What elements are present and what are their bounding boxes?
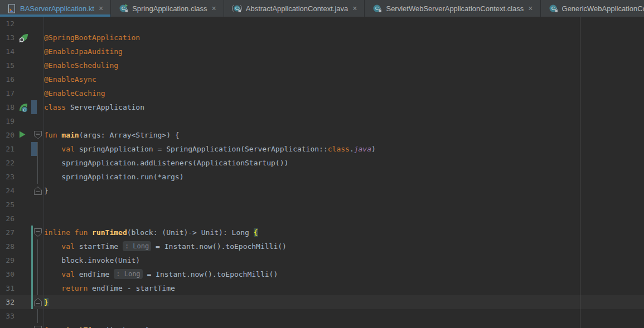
gutter[interactable]	[0, 323, 44, 328]
token: springApplication.addListeners(Applicati…	[44, 159, 288, 167]
code-editor[interactable]: 1213@SpringBootApplication14@EnableJpaAu…	[0, 17, 644, 328]
gutter[interactable]: 12	[0, 17, 44, 31]
gutter[interactable]: 24	[0, 184, 44, 198]
gutter[interactable]: 17	[0, 86, 44, 100]
code-line[interactable]: 24}	[0, 184, 644, 198]
token: {	[254, 228, 258, 237]
run-icon[interactable]	[18, 130, 28, 140]
gutter[interactable]: 15	[0, 58, 44, 72]
tab-label: ServletWebServerApplicationContext.class	[386, 4, 524, 13]
code-line[interactable]: 29 block.invoke(Unit)	[0, 253, 644, 267]
gutter[interactable]: 29	[0, 253, 44, 267]
close-icon[interactable]: ×	[211, 4, 217, 12]
line-number: 12	[0, 17, 14, 31]
vcs-modified-marker[interactable]	[31, 100, 37, 114]
code-line[interactable]: 33	[0, 309, 644, 323]
gutter[interactable]: 19	[0, 114, 44, 128]
code-line[interactable]: 22 springApplication.addListeners(Applic…	[0, 156, 644, 170]
close-icon[interactable]: ×	[98, 4, 104, 12]
code-line[interactable]: 15@EnableScheduling	[0, 58, 644, 72]
fold-marker-end-icon[interactable]	[33, 297, 42, 307]
gutter[interactable]: 16	[0, 72, 44, 86]
token: val	[61, 145, 79, 153]
editor-tab[interactable]: CGenericWebApplicationContext.class×	[541, 0, 644, 17]
code-line[interactable]: 25	[0, 198, 644, 212]
token: ServerApplication	[70, 103, 144, 111]
spring-class-icon[interactable]: C	[18, 102, 28, 112]
spring-search-icon[interactable]	[18, 33, 28, 43]
close-icon[interactable]: ×	[527, 4, 533, 12]
vcs-added-marker[interactable]	[31, 267, 33, 281]
code-text: @EnableJpaAuditing	[44, 45, 644, 58]
code-text: }	[44, 184, 644, 198]
vcs-modified-marker[interactable]	[31, 142, 37, 156]
vcs-added-marker[interactable]	[31, 281, 33, 295]
fold-marker-start-icon[interactable]	[33, 325, 42, 328]
gutter[interactable]: 30	[0, 267, 44, 281]
ide-window: BAServerApplication.kt×CSpringApplicatio…	[0, 0, 644, 328]
line-number: 20	[0, 128, 14, 142]
code-line[interactable]: 28 val startTime : Long = Instant.now().…	[0, 239, 644, 253]
fold-connector-line	[37, 309, 38, 323]
gutter[interactable]: 26	[0, 212, 44, 226]
token: @EnableJpaAuditing	[44, 47, 123, 56]
fold-marker-start-icon[interactable]	[33, 130, 42, 140]
vcs-added-marker[interactable]	[31, 253, 33, 267]
code-line[interactable]: 30 val endTime : Long = Instant.now().to…	[0, 267, 644, 281]
code-line[interactable]: 13@SpringBootApplication	[0, 31, 644, 45]
line-number: 15	[0, 58, 14, 72]
fold-connector-line	[37, 142, 38, 156]
code-line[interactable]: 23 springApplication.run(*args)	[0, 170, 644, 184]
line-number: 13	[0, 31, 14, 45]
vcs-added-marker[interactable]	[31, 226, 33, 239]
gutter[interactable]: 28	[0, 239, 44, 253]
gutter[interactable]: 22	[0, 156, 44, 170]
token: endTime	[79, 270, 114, 278]
class-runnable-icon: C	[119, 4, 128, 13]
editor-tab[interactable]: CSpringApplication.class×	[111, 0, 224, 17]
gutter[interactable]: 21	[0, 142, 44, 156]
code-line[interactable]: 20fun main(args: Array<String>) {	[0, 128, 644, 142]
vcs-added-marker[interactable]	[31, 239, 33, 253]
code-line[interactable]: 27inline fun runTimed(block: (Unit)-> Un…	[0, 226, 644, 239]
code-line[interactable]: 21 val springApplication = SpringApplica…	[0, 142, 644, 156]
token: main	[61, 131, 79, 139]
code-line[interactable]: fun startTimer(): Long {	[0, 323, 644, 328]
token: inline fun	[44, 228, 92, 237]
fold-connector-line	[37, 281, 38, 295]
code-text: }	[44, 295, 644, 309]
token: springApplication.run(*args)	[44, 173, 183, 181]
code-line[interactable]: 14@EnableJpaAuditing	[0, 45, 644, 58]
code-line[interactable]: 17@EnableCaching	[0, 86, 644, 100]
code-line[interactable]: 18Cclass ServerApplication	[0, 100, 644, 114]
vcs-added-marker[interactable]	[31, 295, 33, 309]
editor-tab[interactable]: BAServerApplication.kt×	[0, 0, 111, 17]
code-line[interactable]: 16@EnableAsync	[0, 72, 644, 86]
code-text: @EnableScheduling	[44, 58, 644, 72]
gutter[interactable]: 27	[0, 226, 44, 239]
token: java	[354, 145, 371, 153]
code-line[interactable]: 19	[0, 114, 644, 128]
fold-marker-end-icon[interactable]	[33, 186, 42, 195]
code-text: @SpringBootApplication	[44, 31, 644, 45]
code-line[interactable]: 31 return endTime - startTime	[0, 281, 644, 295]
code-text: block.invoke(Unit)	[44, 253, 644, 267]
close-icon[interactable]: ×	[352, 4, 357, 12]
gutter[interactable]: 25	[0, 198, 44, 212]
fold-marker-start-icon[interactable]	[33, 228, 42, 237]
editor-tab[interactable]: CServletWebServerApplicationContext.clas…	[365, 0, 540, 17]
gutter[interactable]: 32	[0, 295, 44, 309]
code-line[interactable]: 26	[0, 212, 644, 226]
editor-tab[interactable]: CAbstractApplicationContext.java×	[224, 0, 365, 17]
code-line[interactable]: 12	[0, 17, 644, 31]
token: )	[371, 145, 376, 153]
token: runTimed	[92, 228, 127, 237]
gutter[interactable]: 33	[0, 309, 44, 323]
gutter[interactable]: 23	[0, 170, 44, 184]
current-code-line[interactable]: 32}	[0, 295, 644, 309]
gutter[interactable]: 31	[0, 281, 44, 295]
gutter[interactable]: 14	[0, 45, 44, 58]
gutter[interactable]: 18C	[0, 100, 44, 114]
gutter[interactable]: 13	[0, 31, 44, 45]
gutter[interactable]: 20	[0, 128, 44, 142]
